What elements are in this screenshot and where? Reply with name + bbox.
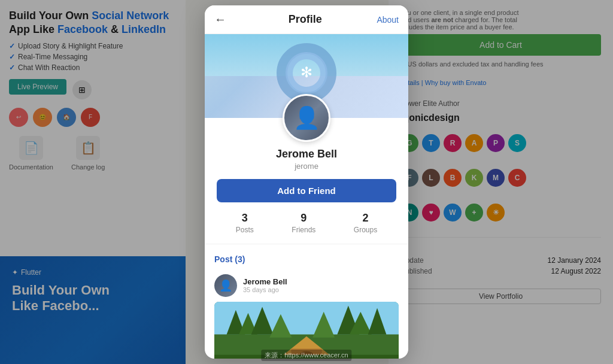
cover-star-icon: ✻ bbox=[301, 64, 312, 81]
add-friend-button[interactable]: Add to Friend bbox=[217, 179, 396, 202]
profile-avatar: 👤 bbox=[283, 94, 330, 142]
avatar-image: 👤 bbox=[293, 107, 320, 129]
profile-body: Jerome Bell jerome Add to Friend 3 Posts… bbox=[205, 142, 408, 244]
about-button[interactable]: About bbox=[377, 15, 399, 25]
post-author-name: Jerome Bell bbox=[243, 277, 399, 286]
profile-modal: ← Profile About ✻ 👤 Jerome Bell jerome A… bbox=[205, 5, 408, 359]
profile-name: Jerome Bell bbox=[217, 148, 396, 160]
watermark: 来源：https://www.ceacer.cn bbox=[261, 350, 351, 361]
post-author-info: Jerome Bell 35 days ago bbox=[243, 277, 399, 293]
stats-row: 3 Posts 9 Friends 2 Groups bbox=[217, 212, 396, 234]
post-avatar-image: 👤 bbox=[219, 279, 232, 292]
divider bbox=[205, 244, 408, 244]
posts-scroll-area[interactable]: Post (3) 👤 Jerome Bell 35 days ago bbox=[205, 249, 408, 359]
post-section-title: Post (3) bbox=[214, 254, 245, 264]
stat-friends: 9 Friends bbox=[292, 212, 315, 234]
back-button[interactable]: ← bbox=[214, 13, 233, 26]
stat-posts: 3 Posts bbox=[236, 212, 254, 234]
stat-friends-label: Friends bbox=[292, 226, 315, 234]
post-avatar: 👤 bbox=[214, 274, 237, 297]
stat-friends-value: 9 bbox=[301, 212, 306, 225]
post-item: 👤 Jerome Bell 35 days ago bbox=[205, 269, 408, 359]
stat-groups-label: Groups bbox=[354, 226, 377, 234]
stat-groups-value: 2 bbox=[363, 212, 369, 225]
modal-header: ← Profile About bbox=[205, 5, 408, 34]
stat-groups: 2 Groups bbox=[354, 212, 377, 234]
modal-title: Profile bbox=[289, 13, 322, 26]
post-time: 35 days ago bbox=[243, 286, 399, 293]
post-author-row: 👤 Jerome Bell 35 days ago bbox=[214, 274, 399, 297]
stat-posts-value: 3 bbox=[242, 212, 248, 225]
post-section-header: Post (3) bbox=[205, 249, 408, 269]
stat-posts-label: Posts bbox=[236, 226, 254, 234]
avatar-wrapper: 👤 bbox=[205, 94, 408, 142]
profile-username: jerome bbox=[217, 162, 396, 171]
